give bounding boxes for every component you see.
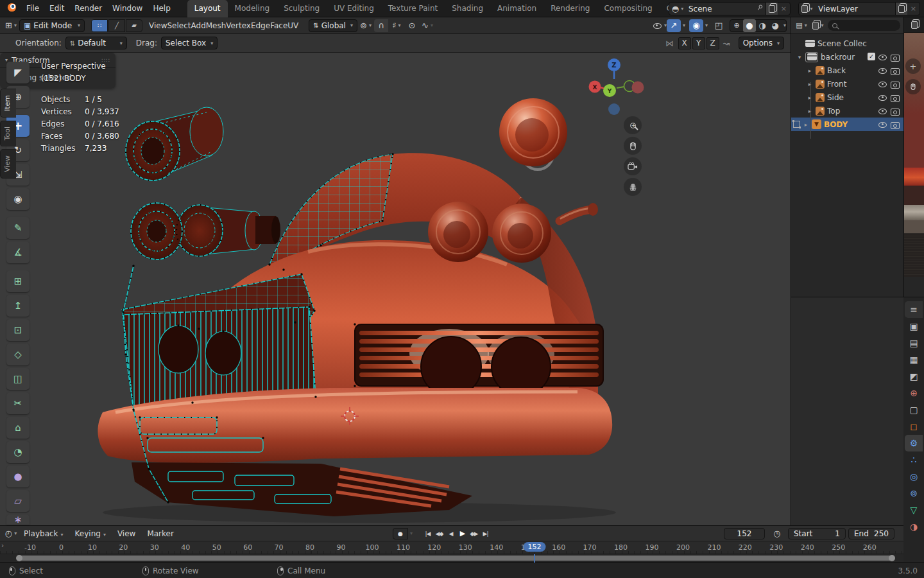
scene-icon[interactable]: ◓▾ [669, 3, 686, 15]
camera-view-button[interactable] [624, 157, 642, 175]
start-frame-field[interactable]: Start 1 [788, 528, 846, 539]
render-camera-icon[interactable] [890, 107, 900, 116]
viewport-menu-item[interactable]: Add [191, 21, 206, 30]
end-frame-field[interactable]: End 250 [848, 528, 894, 539]
transform-orientation-dropdown[interactable]: ⇅ Global ▾ [309, 19, 357, 32]
add-cube-icon[interactable]: ⊞ [6, 270, 30, 292]
bevel-icon[interactable]: ◇ [6, 344, 30, 365]
previous-keyframe-icon[interactable]: ◀◆ [434, 528, 445, 539]
keying-menu[interactable]: Keying [69, 529, 112, 538]
transform-icon[interactable]: ◉ [6, 188, 30, 210]
object-data-icon[interactable]: ▽ [905, 502, 923, 518]
outliner-row-body[interactable]: ▸ BODY [791, 118, 903, 131]
hide-eye-icon[interactable] [878, 53, 887, 62]
workspace-tab[interactable]: Shading [445, 0, 490, 17]
topbar-menu-item[interactable]: File [21, 4, 44, 13]
workspace-tab[interactable]: UV Editing [327, 0, 381, 17]
workspace-tab[interactable]: Layout [187, 0, 228, 17]
current-frame-field[interactable]: 152 [724, 528, 765, 539]
navigation-gizmo[interactable]: Z X Y [581, 53, 651, 117]
viewport-menu-item[interactable]: Vertex [226, 21, 251, 30]
object-icon[interactable]: ◻ [905, 418, 923, 435]
modifiers-icon[interactable]: ⚙ [905, 435, 923, 451]
viewport-menu-item[interactable]: Edge [251, 21, 270, 30]
knife-icon[interactable]: ✂ [6, 392, 30, 414]
view-menu[interactable]: View [112, 529, 141, 538]
outliner-row-scene-collection[interactable]: Scene Collec [791, 37, 903, 50]
mirror-y-button[interactable]: Y [692, 37, 705, 49]
unlink-scene-icon[interactable]: × [778, 4, 790, 13]
viewport-menu-item[interactable]: Face [270, 21, 287, 30]
disclosure-open-icon[interactable]: ▾ [796, 54, 803, 60]
edge-select-icon[interactable]: ╱ [108, 19, 125, 32]
outliner-row-collection[interactable]: ▾ backrour [791, 50, 903, 64]
viewport-menu-item[interactable]: Mesh [206, 21, 227, 30]
smooth-icon[interactable]: ● [6, 466, 30, 487]
tab-view[interactable]: View [0, 149, 16, 179]
measure-icon[interactable]: ∡ [6, 241, 30, 263]
snap-settings-icon[interactable]: ♯▾ [389, 19, 404, 32]
tool-icon[interactable]: ≡ [905, 301, 923, 318]
xray-toggle-icon[interactable]: ◰ [712, 19, 726, 32]
physics-icon[interactable]: ◎ [905, 468, 923, 485]
shrink-fatten-icon[interactable]: ∗ [6, 514, 30, 525]
tweak-select-icon[interactable]: ◤ [6, 62, 30, 83]
auto-keying-record-icon[interactable]: ● [393, 528, 408, 539]
viewport-menu-item[interactable]: UV [287, 21, 298, 30]
outliner-search[interactable] [828, 20, 900, 31]
filter-icon[interactable]: ▾ [811, 19, 825, 32]
hide-eye-icon[interactable] [878, 107, 887, 116]
show-gizmo-icon[interactable]: ↗ [667, 19, 681, 32]
hide-eye-icon[interactable] [878, 80, 887, 89]
show-overlays-icon[interactable]: ◉ [689, 19, 703, 32]
display-mode-icon[interactable]: ▤▾ [794, 19, 809, 32]
proportional-editing-icon[interactable]: ⊙ [405, 19, 419, 32]
material-preview-icon[interactable]: ◑ [756, 19, 769, 32]
next-keyframe-icon[interactable]: ◆▶ [468, 528, 479, 539]
tab-item[interactable]: Item [0, 89, 16, 118]
image-editor-header[interactable] [904, 17, 924, 33]
drag-dropdown[interactable]: Select Box ▾ [161, 37, 218, 49]
collection-icon[interactable]: ▢ [905, 401, 923, 418]
poly-build-icon[interactable]: ⌂ [6, 417, 30, 439]
solid-shading-icon[interactable]: ● [743, 19, 756, 32]
view-layer-icon[interactable]: ▦ [905, 351, 923, 368]
outliner-row-top[interactable]: ▸ Top [791, 104, 903, 118]
disclosure-closed-icon[interactable]: ▸ [807, 81, 813, 87]
annotate-icon[interactable]: ✎ [6, 217, 30, 239]
workspace-tab[interactable]: Compositing [597, 0, 659, 17]
hide-eye-icon[interactable] [878, 93, 887, 102]
disclosure-closed-icon[interactable]: ▸ [803, 121, 809, 128]
editor-type-icon[interactable]: ⊞▾ [4, 19, 18, 32]
material-icon[interactable]: ◑ [905, 518, 923, 535]
viewlayer-name[interactable]: ViewLayer [816, 4, 895, 13]
use-preview-range-icon[interactable]: ◷ [770, 527, 784, 540]
timeline-scrollbar[interactable] [17, 556, 894, 561]
vertex-select-icon[interactable]: ∷ [91, 19, 108, 32]
edge-slide-icon[interactable]: ▱ [6, 490, 30, 512]
mode-dropdown[interactable]: ▣ Edit Mode ▾ [19, 19, 85, 32]
new-scene-icon[interactable] [766, 3, 778, 15]
collection-checkbox[interactable] [868, 53, 875, 60]
outliner-row-back[interactable]: ▸ Back [791, 64, 903, 77]
rendered-shading-icon[interactable]: ◕ [769, 19, 782, 32]
timeline-ruler[interactable]: › -1001020304050607080901001101201301401… [0, 541, 903, 554]
scene-name[interactable]: Scene [686, 4, 754, 13]
hide-eye-icon[interactable] [878, 66, 887, 75]
disclosure-closed-icon[interactable]: ▸ [807, 108, 813, 114]
render-camera-icon[interactable] [890, 93, 900, 102]
outliner-row-front[interactable]: ▸ Front [791, 77, 903, 91]
tab-tool[interactable]: Tool [0, 120, 16, 146]
wireframe-shading-icon[interactable]: ⊕ [730, 19, 743, 32]
constraints-icon[interactable]: ⊚ [905, 485, 923, 502]
inset-faces-icon[interactable]: ⊡ [6, 319, 30, 341]
render-camera-icon[interactable] [890, 120, 900, 129]
spin-icon[interactable]: ◔ [6, 441, 30, 463]
workspace-tab[interactable]: Animation [490, 0, 543, 17]
snap-toggle-icon[interactable]: ∩ [374, 19, 388, 32]
new-viewlayer-icon[interactable] [895, 3, 907, 15]
image-zoom-button[interactable]: + [905, 58, 921, 74]
render-camera-icon[interactable] [890, 80, 900, 89]
playback-menu[interactable]: Playback [18, 529, 69, 538]
perspective-toggle-button[interactable] [624, 178, 642, 196]
